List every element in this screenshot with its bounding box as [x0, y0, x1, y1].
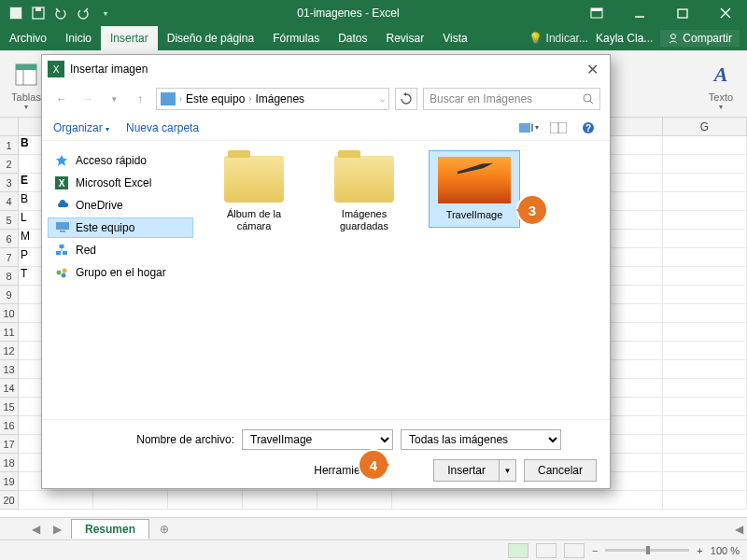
- user-name[interactable]: Kayla Cla...: [596, 32, 653, 45]
- row-header[interactable]: 7: [0, 248, 19, 267]
- search-input[interactable]: Buscar en Imágenes: [423, 88, 600, 110]
- cell[interactable]: [663, 491, 747, 510]
- zoom-slider[interactable]: [605, 549, 689, 552]
- sheet-nav-prev-icon[interactable]: ◀: [28, 523, 44, 536]
- insert-button[interactable]: Insertar ▼: [433, 459, 516, 482]
- page-break-view-button[interactable]: [564, 543, 585, 558]
- view-options-button[interactable]: ▾: [518, 119, 539, 136]
- row-header[interactable]: 10: [0, 304, 19, 323]
- cell[interactable]: [663, 360, 747, 379]
- cell[interactable]: [663, 211, 747, 230]
- sidebar-item[interactable]: OneDrive: [48, 195, 193, 216]
- cell[interactable]: [663, 230, 747, 248]
- sidebar-item[interactable]: Grupo en el hogar: [48, 262, 193, 283]
- redo-icon[interactable]: [73, 3, 93, 23]
- page-layout-view-button[interactable]: [536, 543, 557, 558]
- cell[interactable]: [663, 398, 747, 416]
- row-header[interactable]: 20: [0, 491, 19, 510]
- row-header[interactable]: 12: [0, 342, 19, 360]
- row-header[interactable]: 5: [0, 211, 19, 230]
- tab-datos[interactable]: Datos: [329, 26, 376, 50]
- minimize-button[interactable]: [618, 0, 661, 26]
- pivot-table-icon[interactable]: [11, 60, 41, 90]
- sidebar-item[interactable]: Este equipo: [48, 217, 193, 238]
- qat-caret-icon[interactable]: ▾: [95, 3, 116, 23]
- filename-input[interactable]: TravelImage: [242, 429, 393, 450]
- caret-icon[interactable]: ▾: [104, 89, 124, 109]
- cell[interactable]: [663, 286, 747, 304]
- sidebar-item[interactable]: Red: [48, 240, 193, 260]
- text-icon[interactable]: A: [706, 60, 736, 90]
- cell[interactable]: [663, 155, 747, 174]
- normal-view-button[interactable]: [508, 543, 529, 558]
- undo-icon[interactable]: [50, 3, 71, 23]
- row-header[interactable]: 9: [0, 286, 19, 304]
- folder-item[interactable]: Imágenes guardadas: [318, 150, 410, 238]
- breadcrumb-segment[interactable]: Imágenes: [255, 92, 304, 105]
- sheet-nav-next-icon[interactable]: ▶: [49, 523, 65, 536]
- tell-me[interactable]: 💡 Indicar...: [521, 32, 596, 45]
- sheet-scroll-left-icon[interactable]: ◀: [731, 523, 747, 536]
- image-item[interactable]: TravelImage: [429, 150, 520, 228]
- maximize-button[interactable]: [661, 0, 704, 26]
- cell[interactable]: [663, 342, 747, 360]
- sidebar-item[interactable]: Acceso rápido: [48, 150, 193, 171]
- tab-insertar[interactable]: Insertar: [101, 26, 158, 50]
- zoom-out-button[interactable]: −: [592, 545, 598, 556]
- cell[interactable]: [663, 248, 747, 267]
- ribbon-display-icon[interactable]: [575, 0, 618, 26]
- row-header[interactable]: 11: [0, 323, 19, 342]
- cell[interactable]: [663, 435, 747, 454]
- row-header[interactable]: 1: [0, 136, 19, 155]
- select-all-corner[interactable]: [0, 118, 19, 136]
- share-button[interactable]: Compartir: [660, 30, 740, 47]
- insert-dropdown-button[interactable]: ▼: [500, 459, 516, 482]
- cell[interactable]: [663, 379, 747, 398]
- new-folder-button[interactable]: Nueva carpeta: [126, 121, 199, 134]
- refresh-button[interactable]: [395, 88, 417, 110]
- row-header[interactable]: 2: [0, 155, 19, 174]
- back-button[interactable]: ←: [51, 89, 72, 109]
- row-header[interactable]: 16: [0, 416, 19, 435]
- row-header[interactable]: 17: [0, 435, 19, 454]
- tab-diseno[interactable]: Diseño de página: [158, 26, 263, 50]
- column-header[interactable]: G: [663, 118, 747, 135]
- zoom-in-button[interactable]: +: [697, 545, 702, 556]
- tab-vista[interactable]: Vista: [433, 26, 476, 50]
- row-header[interactable]: 14: [0, 379, 19, 398]
- tab-inicio[interactable]: Inicio: [56, 26, 101, 50]
- file-area[interactable]: Álbum de la cámaraImágenes guardadasTrav…: [199, 141, 610, 419]
- new-sheet-button[interactable]: ⊕: [155, 520, 174, 539]
- help-button[interactable]: ?: [578, 119, 599, 136]
- cell[interactable]: [663, 136, 747, 155]
- cell[interactable]: [663, 323, 747, 342]
- row-header[interactable]: 18: [0, 454, 19, 472]
- tab-archivo[interactable]: Archivo: [0, 26, 56, 50]
- cancel-button[interactable]: Cancelar: [524, 459, 597, 482]
- tab-revisar[interactable]: Revisar: [377, 26, 434, 50]
- row-header[interactable]: 8: [0, 267, 19, 286]
- row-header[interactable]: 19: [0, 472, 19, 491]
- breadcrumb-segment[interactable]: Este equipo: [186, 92, 245, 105]
- save-icon[interactable]: [28, 3, 49, 23]
- close-button[interactable]: [704, 0, 747, 26]
- row-header[interactable]: 3: [0, 174, 19, 192]
- row-header[interactable]: 6: [0, 230, 19, 248]
- forward-button[interactable]: →: [78, 89, 98, 109]
- cell[interactable]: [663, 192, 747, 211]
- sidebar-item[interactable]: XMicrosoft Excel: [48, 173, 193, 193]
- dialog-close-button[interactable]: ✕: [581, 61, 604, 78]
- cell[interactable]: [663, 174, 747, 192]
- cell[interactable]: [663, 472, 747, 491]
- organize-button[interactable]: Organizar ▾: [53, 121, 109, 134]
- chevron-down-icon[interactable]: ⌵: [380, 94, 385, 104]
- zoom-level[interactable]: 100 %: [711, 545, 740, 556]
- folder-item[interactable]: Álbum de la cámara: [208, 150, 300, 238]
- cell[interactable]: [663, 454, 747, 472]
- row-header[interactable]: 13: [0, 360, 19, 379]
- cell[interactable]: [663, 304, 747, 323]
- sheet-tab-resumen[interactable]: Resumen: [71, 519, 149, 539]
- row-header[interactable]: 4: [0, 192, 19, 211]
- tab-formulas[interactable]: Fórmulas: [263, 26, 329, 50]
- breadcrumb[interactable]: › Este equipo › Imágenes ⌵: [156, 88, 389, 110]
